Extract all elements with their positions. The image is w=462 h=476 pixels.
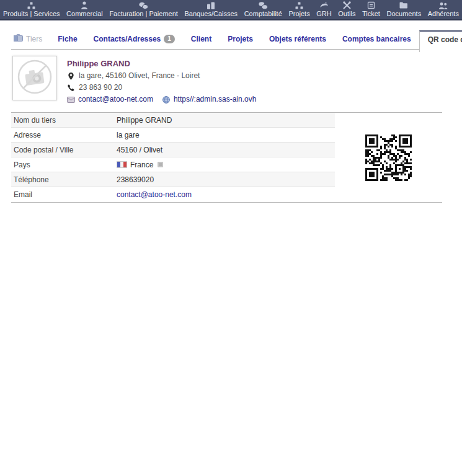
nav-item-label: Ticket (362, 10, 380, 17)
phone-line: 23 863 90 20 (67, 83, 256, 92)
row-value: 45160 / Olivet (117, 146, 162, 154)
tab-label: QR code du Tiers (428, 35, 462, 44)
nav-item-documents[interactable]: Documents (385, 0, 424, 19)
ticket-icon (367, 1, 375, 9)
nav-item-label: Documents (387, 10, 422, 17)
nav-item-label: Facturation | Paiement (109, 10, 177, 17)
tab-fiche[interactable]: Fiche (50, 30, 85, 49)
nav-item-banques-caisses[interactable]: Banques/Caisses (182, 0, 239, 19)
top-nav: Produits | ServicesCommercialFacturation… (0, 0, 462, 20)
nav-item-ticket[interactable]: Ticket (360, 0, 382, 19)
details-section: Nom du tiersPhilippe GRANDAdressela gare… (11, 112, 442, 203)
nav-item-comptabilit[interactable]: Comptabilité (242, 0, 284, 19)
thirdparty-name: Philippe GRAND (67, 59, 256, 68)
nav-item-grh[interactable]: GRH (314, 0, 333, 19)
nav-item-label: GRH (316, 10, 331, 17)
nav-item-facturation-paiement[interactable]: Facturation | Paiement (107, 0, 179, 19)
person-icon (81, 1, 88, 9)
table-row-email: Emailcontact@atoo-net.com (11, 187, 335, 202)
row-label: Adresse (11, 131, 117, 139)
tab-bar: Tiers FicheContacts/Adresses1ClientProje… (11, 30, 442, 50)
table-row-code-postal-ville: Code postal / Ville45160 / Olivet (11, 143, 335, 157)
tab-label: Projets (228, 35, 253, 43)
links-line: contact@atoo-net.com https//:admin.sas-a… (67, 95, 256, 104)
folder-icon (399, 1, 408, 9)
cash-icon (207, 1, 215, 9)
company-icon (14, 34, 23, 43)
row-value: Philippe GRAND (117, 116, 172, 125)
nav-item-label: Projets (288, 10, 309, 17)
address-text: la gare, 45160 Olivet, France - Loiret (79, 71, 200, 81)
phone-text: 23 863 90 20 (79, 83, 122, 92)
hrm-icon (319, 1, 329, 9)
nav-item-label: Comptabilité (244, 10, 282, 17)
qr-code (365, 134, 412, 181)
thirdparty-card: Philippe GRAND la gare, 45160 Olivet, Fr… (11, 56, 442, 104)
nav-item-label: Outils (338, 10, 355, 17)
table-row-nom-du-tiers: Nom du tiersPhilippe GRAND (11, 113, 335, 128)
address-line: la gare, 45160 Olivet, France - Loiret (67, 71, 256, 81)
tab-context-label: Tiers (26, 35, 42, 43)
row-label: Code postal / Ville (11, 146, 117, 154)
members-icon (438, 1, 448, 9)
row-label: Email (11, 190, 117, 199)
tab-label: Comptes bancaires (342, 35, 411, 43)
table-row-pays: PaysFrance (11, 157, 335, 172)
row-value: la gare (117, 131, 140, 139)
row-label: Nom du tiers (11, 116, 117, 125)
tab-objets-r-f-rents[interactable]: Objets référents (261, 30, 334, 49)
envelope-icon (67, 97, 75, 103)
row-label: Pays (11, 161, 117, 169)
nav-item-label: Banques/Caisses (184, 10, 238, 17)
france-flag-icon (117, 161, 127, 168)
nav-item-commercial[interactable]: Commercial (64, 0, 105, 19)
table-row-t-l-phone: Téléphone238639020 (11, 172, 335, 187)
website-link[interactable]: https//:admin.sas-ain.ovh (162, 95, 256, 104)
nav-item-adh-rents[interactable]: Adhérents (426, 0, 461, 19)
ledger-icon (259, 1, 268, 9)
tab-context-tiers: Tiers (11, 30, 50, 49)
nav-item-label: Commercial (66, 10, 103, 17)
tab-comptes-bancaires[interactable]: Comptes bancaires (334, 30, 419, 49)
no-photo-placeholder (12, 56, 57, 100)
tools-icon (343, 1, 351, 9)
row-value: 238639020 (117, 175, 154, 184)
map-pin-icon (67, 73, 75, 80)
tab-label: Objets référents (269, 35, 326, 43)
thirdparty-summary: Philippe GRAND la gare, 45160 Olivet, Fr… (67, 56, 256, 104)
nav-item-outils[interactable]: Outils (336, 0, 357, 19)
tab-label: Client (191, 35, 211, 43)
thirdparty-qr-page: Produits | ServicesCommercialFacturation… (0, 0, 462, 476)
row-label: Téléphone (11, 175, 117, 184)
tab-label: Contacts/Adresses (94, 35, 161, 43)
phone-icon (67, 84, 75, 91)
row-value: France (117, 161, 163, 169)
country-help-icon (158, 162, 163, 167)
email-value-link[interactable]: contact@atoo-net.com (117, 190, 192, 199)
no-camera-icon (16, 58, 54, 99)
cubes-icon (27, 1, 35, 9)
qr-area (335, 113, 442, 202)
tab-qr-code-du-tiers[interactable]: QR code du Tiers (419, 30, 462, 52)
details-table: Nom du tiersPhilippe GRANDAdressela gare… (11, 113, 335, 202)
nav-item-projets[interactable]: Projets (287, 0, 311, 19)
nav-item-label: Adhérents (428, 10, 459, 17)
main-content: Tiers FicheContacts/Adresses1ClientProje… (0, 30, 462, 203)
coins-icon (139, 1, 148, 9)
email-text: contact@atoo-net.com (78, 95, 153, 104)
email-link[interactable]: contact@atoo-net.com (67, 95, 153, 104)
tab-count-badge: 1 (164, 35, 175, 43)
sitemap-icon (295, 1, 303, 9)
website-text: https//:admin.sas-ain.ovh (174, 95, 256, 104)
tab-contacts-adresses[interactable]: Contacts/Adresses1 (86, 30, 183, 49)
row-value: contact@atoo-net.com (117, 190, 192, 199)
globe-icon (162, 96, 171, 104)
nav-item-produits-services[interactable]: Produits | Services (1, 0, 62, 19)
table-row-adresse: Adressela gare (11, 128, 335, 143)
tab-label: Fiche (58, 35, 77, 43)
nav-item-label: Produits | Services (3, 10, 60, 17)
tab-client[interactable]: Client (183, 30, 220, 49)
tab-projets[interactable]: Projets (220, 30, 261, 49)
country-name: France (130, 161, 153, 169)
